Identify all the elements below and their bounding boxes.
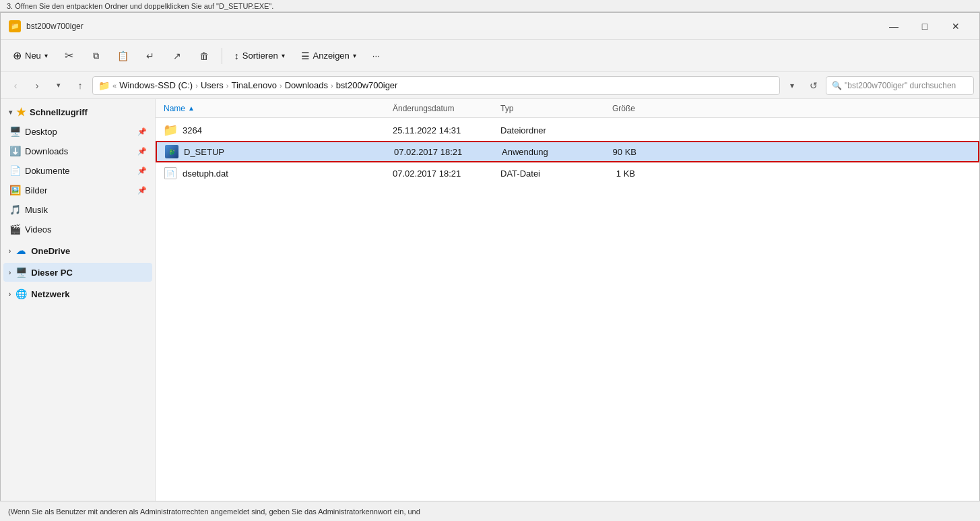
sidebar-netzwerk-label: Netzwerk [31,289,69,299]
maximize-button[interactable]: □ [909,16,940,37]
delete-button[interactable]: 🗑 [192,44,216,67]
sidebar-item-videos[interactable]: 🎬 Videos [3,220,152,239]
file-size: 1 KB [581,168,635,179]
sidebar-item-desktop[interactable]: 🖥️ Desktop 📌 [3,122,152,141]
copy-button[interactable]: ⧉ [84,44,108,67]
sidebar-item-bilder[interactable]: 🖼️ Bilder 📌 [3,181,152,200]
path-arrow-1: › [195,82,198,90]
col-date-header[interactable]: Änderungsdatum [393,104,500,113]
rename-button[interactable]: ↵ [138,44,162,67]
exe-icon: 🐉 [165,145,178,158]
toolbar: ⊕ Neu ▾ ✂ ⧉ 📋 ↵ ↗ 🗑 ↕ Sortieren ▾ ☰ [1,40,979,72]
address-path[interactable]: 📁 « Windows-SSD (C:) › Users › TinaLenov… [92,76,780,95]
col-size-header[interactable]: Größe [581,104,635,113]
path-segment-users: Users [201,80,224,90]
folder-icon: 📁 [164,123,177,137]
sidebar-onedrive-label: OneDrive [31,246,70,256]
sort-icon: ↕ [234,51,239,61]
path-segment-drive: Windows-SSD (C:) [119,80,193,90]
table-row[interactable]: 🐉 D_SETUP 07.02.2017 18:21 Anwendung 90 … [156,141,979,162]
back-button[interactable]: ‹ [6,76,25,95]
chevron-right-netz-icon: › [9,290,11,298]
more-button[interactable]: ··· [366,44,387,67]
sidebar-item-dokumente[interactable]: 📄 Dokumente 📌 [3,161,152,180]
sort-label: Sortieren [242,51,278,61]
file-area: Name ▲ Änderungsdatum Typ Größe [156,99,979,501]
title-bar: 📁 bst200w700iger — □ ✕ [1,13,979,40]
up-button[interactable]: ↑ [71,76,90,95]
network-icon: 🌐 [15,288,27,300]
share-button[interactable]: ↗ [165,44,189,67]
sidebar-dokumente-label: Dokumente [25,166,69,176]
new-label: Neu [25,51,41,61]
sidebar-dieser-pc[interactable]: › 🖥️ Dieser PC [3,263,152,282]
computer-icon: 🖥️ [15,266,27,278]
file-type: DAT-Datei [500,168,581,179]
file-name-cell: 🐉 D_SETUP [165,145,394,158]
path-arrow-2: › [226,82,229,90]
path-segment-current: bst200w700iger [336,80,398,90]
file-name-cell: 📁 3264 [164,123,393,137]
videos-icon: 🎬 [9,223,21,235]
desktop-icon: 🖥️ [9,125,21,137]
col-type-header[interactable]: Typ [500,104,581,113]
search-box[interactable]: 🔍 "bst200w700iger" durchsuchen [826,76,974,95]
table-row[interactable]: 📄 dsetuph.dat 07.02.2017 18:21 DAT-Datei… [156,162,979,184]
path-arrow-4: › [331,82,333,90]
forward-button[interactable]: › [28,76,46,95]
cut-button[interactable]: ✂ [57,44,81,67]
share-icon: ↗ [173,51,181,61]
pin-icon-docs: 📌 [137,166,147,175]
sidebar-netzwerk[interactable]: › 🌐 Netzwerk [3,284,152,303]
table-row[interactable]: 📁 3264 25.11.2022 14:31 Dateiordner [156,119,979,141]
file-name-cell: 📄 dsetuph.dat [164,166,393,180]
plus-icon: ⊕ [13,49,22,62]
cut-icon: ✂ [65,49,73,62]
window-controls: — □ ✕ [878,16,971,37]
sidebar-bilder-label: Bilder [25,185,47,195]
bottom-instruction: (Wenn Sie als Benutzer mit anderen als A… [8,508,420,516]
sort-dropdown-icon: ▾ [282,52,285,59]
new-button[interactable]: ⊕ Neu ▾ [6,44,55,67]
path-folder-icon: 📁 [98,80,110,91]
instruction-text: 3. Öffnen Sie den entpackten Ordner und … [7,2,273,10]
file-type: Anwendung [502,147,583,157]
chevron-down-icon: ▾ [9,109,12,116]
minimize-button[interactable]: — [878,16,909,37]
rename-icon: ↵ [146,51,154,61]
close-button[interactable]: ✕ [940,16,971,37]
copy-icon: ⧉ [93,51,99,61]
sidebar-netzwerk-section: › 🌐 Netzwerk [1,284,155,303]
bottom-bar: (Wenn Sie als Benutzer mit anderen als A… [0,501,980,521]
col-type-label: Typ [500,104,513,113]
sidebar-onedrive-item[interactable]: › ☁ OneDrive [3,241,152,260]
refresh-button[interactable]: ↺ [804,76,823,95]
dropdown-button[interactable]: ▾ [49,76,68,95]
music-icon: 🎵 [9,204,21,216]
path-segment-user: TinaLenovo [232,80,277,90]
view-icon: ☰ [301,51,310,61]
delete-icon: 🗑 [199,51,209,61]
file-name: D_SETUP [184,147,224,157]
window-title: bst200w700iger [26,22,878,31]
sidebar-schnellzugriff[interactable]: ▾ ★ Schnellzugriff [3,102,152,121]
file-list: 📁 3264 25.11.2022 14:31 Dateiordner 🐉 [156,118,979,501]
pin-icon-pics: 📌 [137,186,147,195]
explorer-window: 📁 bst200w700iger — □ ✕ ⊕ Neu ▾ ✂ ⧉ 📋 ↵ ↗ [0,12,980,521]
sidebar-item-downloads[interactable]: ⬇️ Downloads 📌 [3,142,152,160]
col-date-label: Änderungsdatum [393,104,454,113]
paste-button[interactable]: 📋 [111,44,135,67]
sidebar-item-musik[interactable]: 🎵 Musik [3,200,152,219]
dat-icon-symbol: 📄 [166,170,174,177]
instruction-bar: 3. Öffnen Sie den entpackten Ordner und … [0,0,980,12]
search-placeholder: "bst200w700iger" durchsuchen [845,81,956,90]
file-name: 3264 [183,125,202,135]
sort-button[interactable]: ↕ Sortieren ▾ [228,44,292,67]
view-button[interactable]: ☰ Anzeigen ▾ [294,44,363,67]
path-dropdown-button[interactable]: ▾ [783,76,802,95]
sidebar-downloads-label: Downloads [25,146,68,156]
sidebar-onedrive: › ☁ OneDrive [1,241,155,260]
search-icon: 🔍 [832,81,842,90]
col-name-header[interactable]: Name ▲ [164,104,393,113]
documents-icon: 📄 [9,164,21,177]
